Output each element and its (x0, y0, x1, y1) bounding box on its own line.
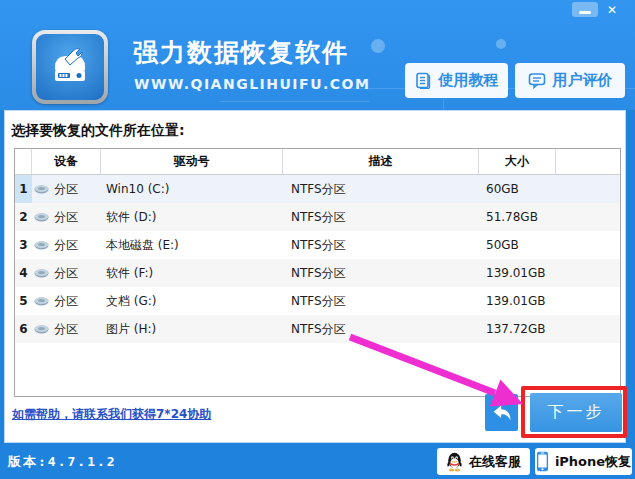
close-button[interactable]: ✕ (601, 1, 623, 18)
app-logo (32, 30, 108, 104)
disk-icon (34, 269, 49, 278)
desc-cell: NTFS分区 (283, 175, 479, 203)
iphone-icon (536, 451, 549, 472)
device-label: 分区 (54, 293, 78, 310)
device-cell: 分区 (32, 231, 101, 259)
header-decor-line (220, 101, 370, 102)
desc-cell: NTFS分区 (283, 231, 479, 259)
device-cell: 分区 (32, 203, 101, 231)
disk-icon (34, 241, 49, 250)
device-label: 分区 (54, 265, 78, 282)
size-cell: 51.78GB (479, 203, 556, 231)
size-cell: 139.01GB (479, 259, 556, 287)
column-header-desc[interactable]: 描述 (283, 149, 479, 174)
app-title: 强力数据恢复软件 (133, 36, 349, 69)
next-button[interactable]: 下一步 (530, 393, 622, 432)
table-row[interactable]: 6 分区 图片 (H:) NTFS分区 137.72GB (15, 315, 620, 343)
column-header-drive[interactable]: 驱动号 (101, 149, 283, 174)
header-decor-dot (371, 39, 385, 53)
comment-icon (528, 72, 546, 89)
desc-cell: NTFS分区 (283, 315, 479, 343)
row-number: 2 (15, 203, 32, 231)
disk-icon (34, 213, 49, 222)
disk-icon (34, 325, 49, 334)
qq-icon (446, 452, 463, 472)
window-header: 强力数据恢复软件 WWW.QIANGLIHUIFU.COM 使用教程 用户评价 … (0, 0, 635, 110)
size-cell: 139.01GB (479, 287, 556, 315)
desc-cell: NTFS分区 (283, 203, 479, 231)
row-number: 6 (15, 315, 32, 343)
disk-icon (34, 185, 49, 194)
app-url: WWW.QIANGLIHUIFU.COM (134, 76, 370, 92)
column-header-extra[interactable] (556, 149, 620, 174)
size-cell: 137.72GB (479, 315, 556, 343)
column-header-device[interactable]: 设备 (32, 149, 101, 174)
table-row[interactable]: 3 分区 本地磁盘 (E:) NTFS分区 50GB (15, 231, 620, 259)
desc-cell: NTFS分区 (283, 259, 479, 287)
iphone-recovery-label: iPhone恢复 (555, 453, 631, 471)
row-number: 5 (15, 287, 32, 315)
table-body: 1 分区 Win10 (C:) NTFS分区 60GB 2 分区 软件 (D:)… (15, 175, 620, 343)
row-number: 3 (15, 231, 32, 259)
column-header-num[interactable] (15, 149, 32, 174)
device-label: 分区 (54, 321, 78, 338)
drive-cell: 本地磁盘 (E:) (101, 231, 283, 259)
size-cell: 60GB (479, 175, 556, 203)
minimize-icon (579, 11, 591, 14)
review-button[interactable]: 用户评价 (515, 63, 625, 98)
tutorial-button[interactable]: 使用教程 (405, 63, 508, 98)
status-bar: 版本:4.7.1.2 在线客服 iPhone恢复 (0, 443, 635, 479)
section-title: 选择要恢复的文件所在位置: (11, 122, 185, 140)
table-row[interactable]: 1 分区 Win10 (C:) NTFS分区 60GB (15, 175, 620, 203)
drive-wrench-icon (47, 45, 93, 89)
drive-cell: Win10 (C:) (101, 175, 283, 203)
partition-table: 设备 驱动号 描述 大小 1 分区 Win10 (C:) NTFS分区 60GB… (14, 148, 621, 397)
device-cell: 分区 (32, 259, 101, 287)
device-label: 分区 (54, 237, 78, 254)
main-panel: 选择要恢复的文件所在位置: 设备 驱动号 描述 大小 1 分区 Win10 (C… (4, 110, 626, 443)
device-cell: 分区 (32, 315, 101, 343)
help-link[interactable]: 如需帮助，请联系我们获得7*24协助 (12, 406, 211, 423)
drive-cell: 图片 (H:) (101, 315, 283, 343)
drive-cell: 软件 (D:) (101, 203, 283, 231)
tutorial-button-label: 使用教程 (439, 71, 499, 90)
drive-cell: 软件 (F:) (101, 259, 283, 287)
version-label: 版本:4.7.1.2 (8, 453, 117, 471)
document-icon (415, 72, 432, 89)
row-number: 1 (15, 175, 32, 203)
device-label: 分区 (54, 181, 78, 198)
size-cell: 50GB (479, 231, 556, 259)
table-row[interactable]: 4 分区 软件 (F:) NTFS分区 139.01GB (15, 259, 620, 287)
close-icon: ✕ (607, 3, 617, 17)
device-cell: 分区 (32, 175, 101, 203)
iphone-recovery-button[interactable]: iPhone恢复 (535, 448, 632, 475)
review-button-label: 用户评价 (553, 71, 613, 90)
device-label: 分区 (54, 209, 78, 226)
online-service-label: 在线客服 (469, 453, 521, 471)
row-number: 4 (15, 259, 32, 287)
drive-cell: 文档 (G:) (101, 287, 283, 315)
column-header-size[interactable]: 大小 (479, 149, 556, 174)
header-decor-dot (496, 39, 506, 49)
disk-icon (34, 297, 49, 306)
table-header-row: 设备 驱动号 描述 大小 (15, 149, 620, 175)
minimize-button[interactable] (572, 2, 598, 17)
table-row[interactable]: 5 分区 文档 (G:) NTFS分区 139.01GB (15, 287, 620, 315)
undo-arrow-icon (492, 404, 512, 422)
table-row[interactable]: 2 分区 软件 (D:) NTFS分区 51.78GB (15, 203, 620, 231)
desc-cell: NTFS分区 (283, 287, 479, 315)
online-service-button[interactable]: 在线客服 (437, 448, 530, 475)
device-cell: 分区 (32, 287, 101, 315)
back-button[interactable] (485, 394, 518, 431)
